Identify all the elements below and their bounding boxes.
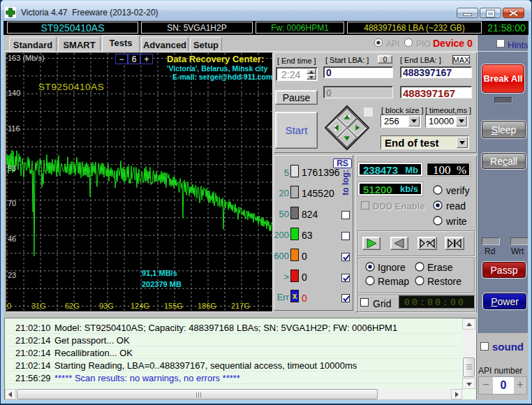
svg-text:?: ? [426,240,431,248]
